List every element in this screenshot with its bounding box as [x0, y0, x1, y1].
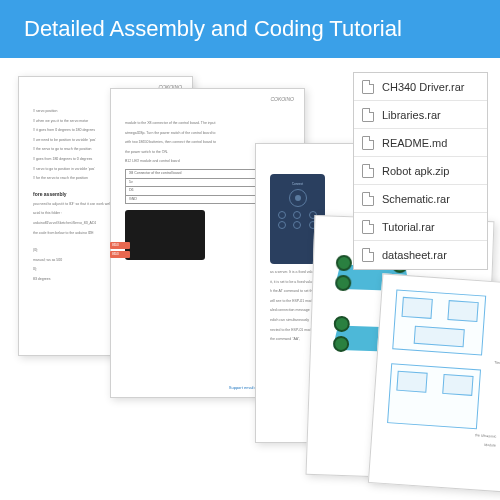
file-icon — [362, 220, 374, 234]
banner-title: Detailed Assembly and Coding Tutorial — [24, 16, 402, 42]
battery-icon — [110, 251, 130, 258]
file-name: datasheet.rar — [382, 249, 447, 261]
file-list: CH340 Driver.rar Libraries.rar README.md… — [353, 72, 488, 270]
file-name: CH340 Driver.rar — [382, 81, 465, 93]
app-button-icon — [293, 211, 301, 219]
file-icon — [362, 248, 374, 262]
file-row[interactable]: Libraries.rar — [354, 101, 487, 129]
app-button-icon — [278, 221, 286, 229]
file-row[interactable]: datasheet.rar — [354, 241, 487, 269]
file-row[interactable]: Tutorial.rar — [354, 213, 487, 241]
body-text: module to the X8 connector of the contro… — [125, 121, 290, 127]
app-button-icon — [293, 221, 301, 229]
body-text: atmega328p. Turn the power switch of the… — [125, 131, 290, 137]
file-name: Robot apk.zip — [382, 165, 449, 177]
app-label: Connect — [274, 182, 321, 187]
file-name: Libraries.rar — [382, 109, 441, 121]
battery-icon — [110, 242, 130, 249]
control-board-illustration — [125, 210, 205, 260]
file-icon — [362, 164, 374, 178]
file-row[interactable]: README.md — [354, 129, 487, 157]
file-row[interactable]: Robot apk.zip — [354, 157, 487, 185]
file-row[interactable]: CH340 Driver.rar — [354, 73, 487, 101]
file-name: README.md — [382, 137, 447, 149]
schematic-diagram — [387, 363, 481, 429]
file-name: Tutorial.rar — [382, 221, 435, 233]
file-name: Schematic.rar — [382, 193, 450, 205]
file-row[interactable]: Schematic.rar — [354, 185, 487, 213]
brand-logo: COKOINO — [270, 95, 294, 103]
file-icon — [362, 136, 374, 150]
app-button-icon — [278, 211, 286, 219]
header-banner: Detailed Assembly and Coding Tutorial — [0, 0, 500, 58]
tutorial-page-schematic: Task the Ultrasonic Module — [368, 273, 500, 492]
file-icon — [362, 108, 374, 122]
file-icon — [362, 80, 374, 94]
file-icon — [362, 192, 374, 206]
document-stage: COKOINO // servo position // when we you… — [0, 58, 500, 500]
schematic-diagram — [392, 289, 486, 355]
joystick-icon — [289, 189, 307, 207]
